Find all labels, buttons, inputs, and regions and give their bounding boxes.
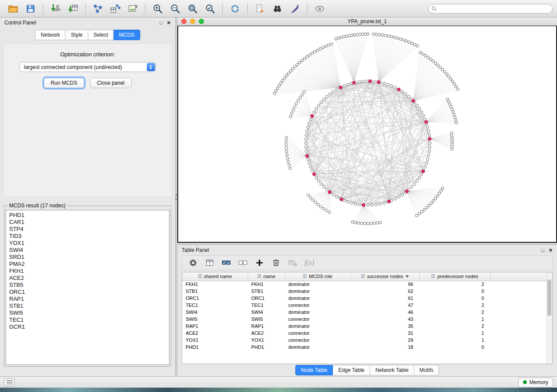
table-scrollbar[interactable] — [547, 272, 552, 364]
table-row[interactable]: SWI4SWI4dominator462 — [182, 309, 552, 316]
zoom-out-icon[interactable] — [166, 2, 184, 16]
mcds-result-title: MCDS result (17 nodes) — [7, 203, 67, 209]
table-row[interactable]: TEC1TEC1connector472 — [182, 302, 552, 309]
table-row[interactable]: STB1STB1dominator620 — [182, 288, 552, 295]
control-tabs: NetworkStyleSelectMCDS — [0, 30, 175, 40]
table-row[interactable]: RAP1RAP1dominator352 — [182, 323, 552, 330]
result-item[interactable]: SWI4 — [9, 247, 166, 254]
minimize-window-icon[interactable] — [190, 19, 195, 24]
cell: dominator — [285, 323, 350, 330]
node-table[interactable]: shared namenameMCDS rolesuccessor nodesp… — [182, 272, 553, 364]
table-panel-header: Table Panel — [177, 245, 557, 255]
mcds-result-list[interactable]: PHD1CAR1STP4TID3YOX1SWI4SRD1PMA2FKH1ACE2… — [6, 210, 170, 365]
export-document-icon[interactable] — [251, 2, 269, 16]
result-item[interactable]: FKH1 — [9, 268, 166, 275]
cell: 62 — [350, 288, 419, 295]
tab-mcds[interactable]: MCDS — [114, 30, 140, 40]
table-row[interactable]: FKH1FKH1dominator962 — [182, 281, 552, 288]
result-item[interactable]: STB1 — [9, 303, 166, 309]
cell: 43 — [350, 316, 419, 323]
optimization-select[interactable]: largest connected component (undirected) — [20, 62, 156, 72]
tab-motifs[interactable]: Motifs — [414, 365, 439, 375]
cell: SWI5 — [182, 316, 248, 323]
result-item[interactable]: TID3 — [9, 233, 166, 240]
network-canvas[interactable] — [177, 26, 557, 243]
result-item[interactable]: PMA2 — [9, 261, 166, 268]
column-label: predecessor nodes — [437, 274, 478, 279]
apply-style-icon[interactable] — [286, 2, 304, 16]
cell-filler — [490, 330, 552, 337]
close-window-icon[interactable] — [181, 19, 187, 24]
result-item[interactable]: SRD1 — [9, 254, 166, 261]
zoom-selected-icon[interactable] — [201, 2, 219, 16]
table-row[interactable]: YOX1YOX1connector291 — [182, 337, 552, 344]
mcds-panel: Optimization criterion: largest connecte… — [3, 44, 172, 197]
cell: connector — [285, 330, 350, 337]
tab-node-table[interactable]: Node Table — [295, 365, 333, 375]
table-row[interactable]: ORC1ORC1dominator610 — [182, 295, 552, 302]
table-row[interactable]: ACE2ACE2connector311 — [182, 330, 552, 337]
result-item[interactable]: YOX1 — [9, 240, 166, 247]
tab-edge-table[interactable]: Edge Table — [333, 365, 370, 375]
maximize-window-icon[interactable] — [199, 19, 204, 24]
column-label: successor nodes — [367, 274, 403, 279]
status-bar: Memory — [0, 376, 557, 388]
cell-filler — [490, 288, 552, 295]
memory-button[interactable]: Memory — [518, 378, 553, 387]
tab-style[interactable]: Style — [66, 30, 88, 40]
save-session-icon[interactable] — [22, 2, 39, 16]
gear-icon[interactable] — [186, 257, 201, 269]
cell: dominator — [285, 309, 350, 316]
result-item[interactable]: STP4 — [9, 226, 166, 233]
refresh-layout-icon[interactable] — [226, 2, 244, 16]
network-graph[interactable] — [178, 26, 556, 242]
table-row[interactable]: SWI5SWI5connector431 — [182, 316, 552, 323]
close-panel-button[interactable]: Close panel — [90, 78, 131, 88]
close-table-panel-icon[interactable] — [549, 248, 553, 253]
show-columns-icon[interactable] — [202, 257, 217, 269]
result-item[interactable]: TEC1 — [9, 316, 166, 323]
search-input[interactable] — [428, 4, 553, 14]
result-item[interactable]: CAR1 — [9, 219, 166, 226]
add-column-icon[interactable] — [252, 257, 267, 269]
zoom-in-icon[interactable] — [149, 2, 166, 16]
result-item[interactable]: PHD1 — [9, 212, 166, 219]
run-mcds-button[interactable]: Run MCDS — [44, 78, 84, 88]
tab-network[interactable]: Network — [35, 30, 66, 40]
result-item[interactable]: RAP1 — [9, 296, 166, 303]
column-header-name[interactable]: name — [248, 272, 285, 281]
result-item[interactable]: ORC1 — [9, 289, 166, 296]
column-header-shared-name[interactable]: shared name — [182, 272, 248, 281]
find-icon[interactable] — [269, 2, 286, 16]
float-table-panel-icon[interactable] — [541, 248, 544, 253]
column-type-icon — [303, 274, 307, 279]
table-row[interactable]: PHD1PHD1dominator180 — [182, 344, 552, 351]
result-item[interactable]: STB5 — [9, 282, 166, 289]
result-item[interactable]: GCR1 — [9, 323, 166, 330]
show-hide-icon[interactable] — [311, 2, 329, 16]
scrollbar-thumb[interactable] — [547, 279, 551, 316]
column-header-MCDS-role[interactable]: MCDS role — [285, 272, 350, 281]
menu-icon[interactable] — [4, 378, 15, 386]
close-panel-icon[interactable] — [167, 20, 171, 25]
network-from-table-icon[interactable] — [107, 2, 124, 16]
float-panel-icon[interactable] — [159, 20, 163, 25]
tab-select[interactable]: Select — [88, 30, 114, 40]
cell-filler — [490, 323, 552, 330]
export-image-icon[interactable] — [124, 2, 142, 16]
cell: FKH1 — [182, 281, 248, 288]
tab-network-table[interactable]: Network Table — [370, 365, 414, 375]
delete-column-icon[interactable] — [269, 257, 284, 269]
column-header-successor-nodes[interactable]: successor nodes — [350, 272, 419, 281]
import-network-icon[interactable] — [47, 2, 64, 16]
import-table-icon[interactable] — [64, 2, 82, 16]
column-header-predecessor-nodes[interactable]: predecessor nodes — [419, 272, 490, 281]
column-type-icon — [361, 274, 365, 279]
open-file-icon[interactable] — [4, 2, 22, 16]
result-item[interactable]: ACE2 — [9, 275, 166, 282]
deselect-all-icon[interactable] — [235, 257, 250, 269]
zoom-fit-icon[interactable] — [184, 2, 201, 16]
select-all-icon[interactable] — [219, 257, 234, 269]
new-network-icon[interactable] — [89, 2, 107, 16]
result-item[interactable]: SWI5 — [9, 309, 166, 316]
